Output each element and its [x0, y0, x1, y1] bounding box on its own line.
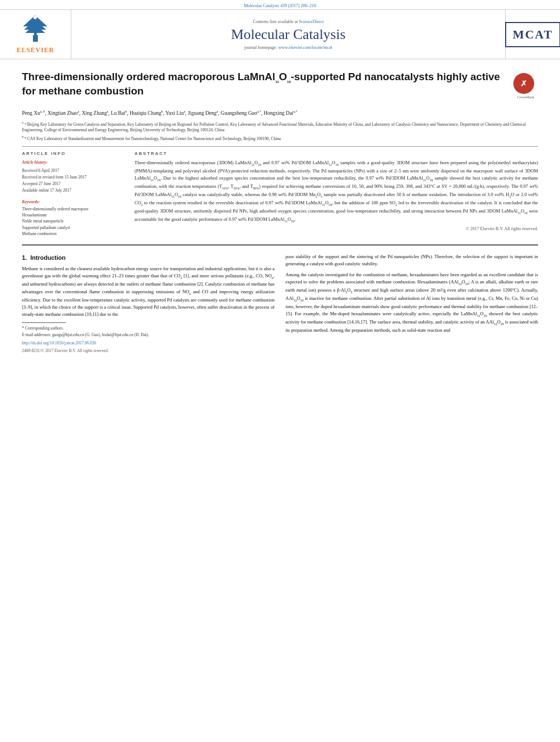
keywords-label: Keywords:: [22, 199, 124, 204]
issn-line: 2468-8231/© 2017 Elsevier B.V. All right…: [22, 348, 275, 354]
abstract-col: ABSTRACT Three-dimensionally ordered mac…: [135, 151, 538, 237]
journal-citation-text: Molecular Catalysis 439 (2017) 200–210: [244, 3, 316, 8]
body-columns: 1. Introduction Methane is considered as…: [22, 253, 538, 354]
journal-title: Molecular Catalysis: [231, 26, 346, 43]
abstract-text: Three-dimensionally ordered macroporous …: [135, 159, 538, 224]
copyright-line: © 2017 Elsevier B.V. All rights reserved…: [135, 226, 538, 231]
authors: Peng Xua, b, Xingtian Zhaoa, Xing Zhanga…: [22, 109, 538, 117]
body-col-right: poor stability of the support and the si…: [285, 253, 538, 354]
keyword-5: Methane combustion: [22, 231, 124, 237]
keyword-4: Supported palladium catalyst: [22, 225, 124, 231]
history-label: Article history:: [22, 159, 124, 166]
article-info-col: ARTICLE INFO Article history: Received 6…: [22, 151, 124, 237]
article-info-header: ARTICLE INFO: [22, 151, 124, 156]
affiliations: a ᵃ Beijing Key Laboratory for Green Cat…: [22, 120, 538, 142]
elsevier-tree-icon: [18, 14, 53, 44]
revised-date: Received in revised form 15 June 2017: [22, 174, 124, 181]
crossmark-badge[interactable]: ✗ CrossMark: [513, 73, 538, 99]
keyword-3: Noble metal nanoparticle: [22, 218, 124, 224]
body-col-left: 1. Introduction Methane is considered as…: [22, 253, 275, 354]
header-main: ELSEVIER Contents lists available at Sci…: [0, 9, 560, 59]
elsevier-text: ELSEVIER: [16, 46, 54, 54]
journal-info-center: Contents lists available at ScienceDirec…: [71, 10, 505, 59]
footnote-divider: [22, 322, 66, 323]
elsevier-logo: ELSEVIER: [16, 14, 54, 54]
footnote-star-text: * Corresponding authors.: [22, 325, 275, 332]
page-header: Molecular Catalysis 439 (2017) 200–210 E…: [0, 0, 560, 59]
homepage-link[interactable]: www.elsevier.com/locate/mcat: [278, 45, 332, 50]
sciencedirect-link[interactable]: ScienceDirect: [299, 19, 324, 24]
affil-a: a ᵃ Beijing Key Laboratory for Green Cat…: [22, 120, 538, 133]
footnote-email: E-mail addresses: guogs@bjut.edu.cn (G. …: [22, 332, 275, 338]
accepted-date: Accepted 27 June 2017: [22, 181, 124, 187]
keywords-section: Keywords: Three-dimensionally ordered ma…: [22, 199, 124, 237]
journal-citation: Molecular Catalysis 439 (2017) 200–210: [0, 0, 560, 9]
main-divider: [22, 244, 538, 246]
abstract-header: ABSTRACT: [135, 151, 538, 156]
received-date: Received 6 April 2017: [22, 168, 124, 174]
intro-para-1: Methane is considered as the cleanest av…: [22, 265, 275, 318]
available-date: Available online 17 July 2017: [22, 187, 124, 194]
article-title-section: Three-dimensionally ordered macroporous …: [22, 70, 538, 104]
doi-link[interactable]: http://dx.doi.org/10.1016/j.mcat.2017.06…: [22, 340, 275, 347]
intro-para-2: poor stability of the support and the si…: [285, 253, 538, 267]
article-content: Three-dimensionally ordered macroporous …: [0, 59, 560, 365]
article-history: Article history: Received 6 April 2017 R…: [22, 159, 124, 194]
contents-line: Contents lists available at ScienceDirec…: [253, 19, 324, 24]
article-title: Three-dimensionally ordered macroporous …: [22, 70, 508, 98]
info-abstract-section: ARTICLE INFO Article history: Received 6…: [22, 151, 538, 237]
section-divider: [22, 146, 538, 147]
keyword-2: Hexaaluminate: [22, 212, 124, 218]
journal-homepage: journal homepage: www.elsevier.com/locat…: [244, 45, 332, 50]
crossmark-icon: ✗: [513, 73, 534, 94]
section-1-heading: 1. Introduction: [22, 253, 275, 263]
intro-para-3: Among the catalysts investigated for the…: [285, 271, 538, 334]
svg-point-5: [33, 16, 37, 19]
affil-b: b ᵇ CAS Key Laboratory of Standardizatio…: [22, 135, 538, 142]
publisher-logo-section: ELSEVIER: [0, 10, 71, 59]
journal-abbr-section: MCAT: [505, 10, 560, 59]
keyword-1: Three-dimensionally ordered macropore: [22, 206, 124, 212]
journal-abbreviation: MCAT: [505, 22, 560, 47]
